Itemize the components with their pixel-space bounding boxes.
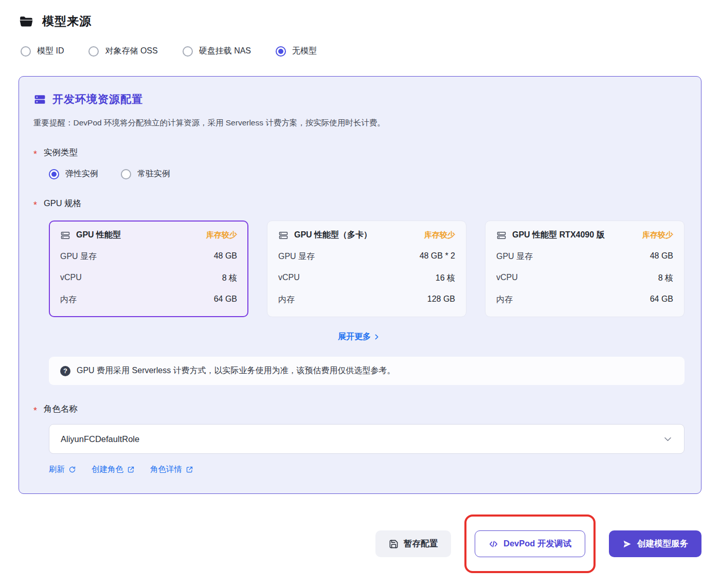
folder-icon — [19, 14, 34, 29]
spec-row: GPU 显存48 GB * 2 — [278, 251, 455, 262]
server-icon — [33, 93, 46, 106]
role-select[interactable]: AliyunFCDefaultRole — [49, 424, 685, 454]
role-name-label: 角色名称 — [33, 403, 685, 415]
dev-env-panel: 开发环境资源配置 重要提醒：DevPod 环境将分配独立的计算资源，采用 Ser… — [19, 76, 701, 494]
stock-badge: 库存较少 — [206, 230, 237, 240]
instance-type-options: 弹性实例 常驻实例 — [49, 169, 685, 179]
gpu-card-title: GPU 性能型（多卡） — [294, 230, 372, 241]
stock-badge: 库存较少 — [642, 230, 673, 240]
red-highlight-annotation: DevPod 开发调试 — [464, 514, 596, 573]
radio-icon — [21, 46, 31, 57]
gpu-card-header: GPU 性能型 RTX4090 版 库存较少 — [496, 230, 673, 241]
required-marker — [33, 405, 37, 414]
refresh-link[interactable]: 刷新 — [49, 464, 76, 475]
radio-label: 弹性实例 — [65, 169, 98, 179]
save-draft-button[interactable]: 暂存配置 — [375, 530, 451, 557]
external-link-icon — [186, 466, 193, 473]
gpu-icon — [496, 230, 507, 241]
panel-title: 开发环境资源配置 — [33, 92, 685, 106]
source-option-model-id[interactable]: 模型 ID — [21, 46, 64, 57]
role-detail-link[interactable]: 角色详情 — [150, 464, 193, 475]
code-icon — [489, 539, 498, 549]
radio-icon — [88, 46, 99, 57]
spec-row: vCPU8 核 — [496, 273, 673, 284]
chevron-down-icon — [663, 434, 673, 444]
external-link-icon — [127, 466, 135, 473]
fee-notice-box: GPU 费用采用 Serverless 计费方式，以实际业务使用为准，该预估费用… — [49, 357, 685, 385]
spec-row: 内存64 GB — [496, 295, 673, 305]
gpu-card-performance-multi[interactable]: GPU 性能型（多卡） 库存较少 GPU 显存48 GB * 2 vCPU16 … — [267, 220, 466, 317]
fee-notice-text: GPU 费用采用 Serverless 计费方式，以实际业务使用为准，该预估费用… — [77, 365, 395, 376]
spec-row: GPU 显存48 GB — [60, 251, 237, 262]
page-header: 模型来源 — [19, 13, 701, 29]
help-icon — [60, 366, 70, 376]
gpu-icon — [60, 230, 70, 241]
devpod-debug-button[interactable]: DevPod 开发调试 — [475, 530, 585, 557]
radio-icon — [183, 46, 193, 57]
radio-icon — [49, 169, 59, 179]
radio-label: 无模型 — [292, 46, 317, 57]
radio-label: 模型 ID — [37, 46, 64, 57]
footer-actions: 暂存配置 DevPod 开发调试 创建模型服务 — [19, 514, 701, 573]
gpu-icon — [278, 230, 289, 241]
stock-badge: 库存较少 — [424, 230, 455, 240]
page: 模型来源 模型 ID 对象存储 OSS 硬盘挂载 NAS 无模型 开发环境资源配… — [0, 0, 720, 581]
create-role-link[interactable]: 创建角色 — [92, 464, 135, 475]
save-icon — [389, 539, 399, 549]
gpu-card-performance[interactable]: GPU 性能型 库存较少 GPU 显存48 GB vCPU8 核 内存64 GB — [49, 220, 248, 317]
chevron-right-icon — [373, 334, 380, 340]
instance-type-label: 实例类型 — [33, 147, 685, 158]
role-select-value: AliyunFCDefaultRole — [61, 434, 139, 444]
spec-row: vCPU16 核 — [278, 273, 455, 284]
source-option-nas[interactable]: 硬盘挂载 NAS — [183, 46, 251, 57]
spec-row: 内存128 GB — [278, 295, 455, 305]
page-title: 模型来源 — [42, 13, 92, 29]
radio-label: 常驻实例 — [137, 169, 170, 179]
create-model-service-button[interactable]: 创建模型服务 — [609, 530, 701, 557]
instance-option-elastic[interactable]: 弹性实例 — [49, 169, 98, 179]
required-marker — [33, 148, 37, 158]
gpu-card-title: GPU 性能型 RTX4090 版 — [512, 230, 605, 241]
gpu-card-header: GPU 性能型 库存较少 — [60, 230, 237, 241]
billing-notice: 重要提醒：DevPod 环境将分配独立的计算资源，采用 Serverless 计… — [33, 118, 685, 128]
spec-row: 内存64 GB — [60, 295, 237, 305]
rocket-icon — [622, 539, 632, 549]
gpu-card-rtx4090[interactable]: GPU 性能型 RTX4090 版 库存较少 GPU 显存48 GB vCPU8… — [485, 220, 685, 317]
gpu-card-list: GPU 性能型 库存较少 GPU 显存48 GB vCPU8 核 内存64 GB… — [49, 220, 685, 317]
source-option-oss[interactable]: 对象存储 OSS — [88, 46, 157, 57]
gpu-card-header: GPU 性能型（多卡） 库存较少 — [278, 230, 455, 241]
refresh-icon — [68, 466, 76, 473]
role-links: 刷新 创建角色 角色详情 — [49, 464, 685, 475]
expand-more-link[interactable]: 展开更多 — [33, 332, 685, 342]
radio-label: 对象存储 OSS — [105, 46, 157, 57]
radio-label: 硬盘挂载 NAS — [199, 46, 251, 57]
gpu-card-title: GPU 性能型 — [76, 230, 121, 241]
panel-title-text: 开发环境资源配置 — [52, 92, 143, 106]
instance-option-resident[interactable]: 常驻实例 — [121, 169, 170, 179]
radio-icon — [276, 46, 286, 57]
model-source-options: 模型 ID 对象存储 OSS 硬盘挂载 NAS 无模型 — [21, 46, 701, 57]
gpu-spec-label: GPU 规格 — [33, 198, 685, 209]
source-option-no-model[interactable]: 无模型 — [276, 46, 317, 57]
required-marker — [33, 199, 37, 209]
spec-row: GPU 显存48 GB — [496, 251, 673, 262]
radio-icon — [121, 169, 131, 179]
spec-row: vCPU8 核 — [60, 273, 237, 284]
